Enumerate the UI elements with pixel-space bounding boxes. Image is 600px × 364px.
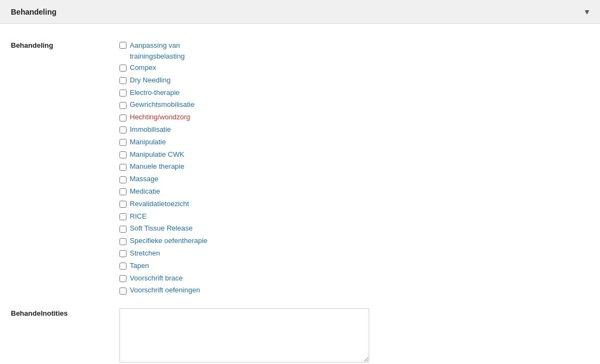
checkbox-item-manipulatie_cwk: Manipulatie CWK <box>119 149 589 161</box>
checkbox-item-medicatie: Medicatie <box>119 186 589 197</box>
checkbox-label-specifieke[interactable]: Specifieke oefentherapie <box>130 235 207 247</box>
checkbox-label-manipulatie[interactable]: Manipulatie <box>130 137 166 148</box>
checkbox-label-medicatie[interactable]: Medicatie <box>130 186 160 197</box>
checkbox-gewrichts[interactable] <box>119 102 127 109</box>
checkbox-stretchen[interactable] <box>119 250 127 257</box>
checkbox-revalidatie[interactable] <box>119 201 127 208</box>
behandelnotities-label: Behandelnotities <box>11 308 119 317</box>
checkbox-item-aanpassing: Aanpassing vantrainingsbelasting <box>119 40 589 61</box>
checkbox-immobilisatie[interactable] <box>119 126 127 133</box>
checkbox-label-tapen[interactable]: Tapen <box>130 260 149 272</box>
checkbox-specifieke[interactable] <box>119 238 127 245</box>
checkbox-soft_tissue[interactable] <box>119 226 127 233</box>
checkbox-item-hechting: Hechting/wondzorg <box>119 112 589 123</box>
behandelnotities-textarea[interactable] <box>119 308 369 362</box>
checkbox-item-electro: Electro-therapie <box>119 87 589 99</box>
behandelnotities-row: Behandelnotities <box>11 308 589 362</box>
checkbox-item-voorschrift_oefeningen: Voorschrift oefeningen <box>119 285 589 296</box>
section-title: Behandeling <box>11 8 56 16</box>
checkbox-label-aanpassing[interactable]: Aanpassing vantrainingsbelasting <box>130 40 185 61</box>
checkbox-compex[interactable] <box>119 65 127 72</box>
checkbox-item-dry_needling: Dry Needling <box>119 75 589 86</box>
checkbox-hechting[interactable] <box>119 114 127 122</box>
checkbox-label-stretchen[interactable]: Stretchen <box>130 248 160 259</box>
checkbox-item-revalidatie: Revalidatietoezicht <box>119 199 589 210</box>
checkbox-item-manuele: Manuele therapie <box>119 161 589 173</box>
checkbox-label-dry_needling[interactable]: Dry Needling <box>130 75 170 86</box>
checkbox-item-tapen: Tapen <box>119 260 589 272</box>
section-header: Behandeling ▾ <box>0 0 600 24</box>
checkbox-massage[interactable] <box>119 176 127 183</box>
checkbox-manuele[interactable] <box>119 164 127 171</box>
checkbox-item-soft_tissue: Soft Tissue Release <box>119 223 589 234</box>
checkbox-label-massage[interactable]: Massage <box>130 174 159 185</box>
checkbox-tapen[interactable] <box>119 263 127 270</box>
behandelnotities-content <box>119 308 589 362</box>
checkbox-item-stretchen: Stretchen <box>119 248 589 259</box>
checkbox-item-compex: Compex <box>119 62 589 74</box>
checkbox-manipulatie[interactable] <box>119 139 127 146</box>
checkbox-item-rice: RICE <box>119 211 589 222</box>
checkbox-label-electro[interactable]: Electro-therapie <box>130 87 180 99</box>
checkbox-label-soft_tissue[interactable]: Soft Tissue Release <box>130 223 193 234</box>
checkbox-voorschrift_oefeningen[interactable] <box>119 288 127 295</box>
checkbox-dry_needling[interactable] <box>119 77 127 84</box>
checkbox-label-revalidatie[interactable]: Revalidatietoezicht <box>130 199 189 210</box>
checkbox-medicatie[interactable] <box>119 188 127 195</box>
behandeling-row: Behandeling Aanpassing vantrainingsbelas… <box>11 40 589 297</box>
checkbox-label-compex[interactable]: Compex <box>130 62 156 74</box>
checkbox-electro[interactable] <box>119 90 127 97</box>
checkbox-item-gewrichts: Gewrichtsmobilisatie <box>119 99 589 111</box>
behandeling-checkboxes: Aanpassing vantrainingsbelastingCompexDr… <box>119 40 589 297</box>
checkbox-manipulatie_cwk[interactable] <box>119 151 127 158</box>
checkbox-label-hechting[interactable]: Hechting/wondzorg <box>130 112 190 123</box>
checkbox-label-manuele[interactable]: Manuele therapie <box>130 161 184 173</box>
checkbox-rice[interactable] <box>119 213 127 220</box>
checkbox-voorschrift_brace[interactable] <box>119 275 127 282</box>
checkbox-label-rice[interactable]: RICE <box>130 211 147 222</box>
section-body: Behandeling Aanpassing vantrainingsbelas… <box>0 24 600 364</box>
checkbox-item-manipulatie: Manipulatie <box>119 137 589 148</box>
checkbox-item-massage: Massage <box>119 174 589 185</box>
checkbox-label-gewrichts[interactable]: Gewrichtsmobilisatie <box>130 99 194 111</box>
checkbox-item-immobilisatie: Immobilisatie <box>119 124 589 136</box>
chevron-down-icon[interactable]: ▾ <box>585 7 589 17</box>
page-wrapper: Behandeling ▾ Behandeling Aanpassing van… <box>0 0 600 364</box>
checkbox-item-voorschrift_brace: Voorschrift brace <box>119 273 589 284</box>
checkbox-aanpassing[interactable] <box>119 42 127 49</box>
checkbox-label-voorschrift_oefeningen[interactable]: Voorschrift oefeningen <box>130 285 200 296</box>
behandeling-label: Behandeling <box>11 40 119 49</box>
checkbox-label-voorschrift_brace[interactable]: Voorschrift brace <box>130 273 183 284</box>
checkbox-item-specifieke: Specifieke oefentherapie <box>119 235 589 247</box>
checkbox-label-immobilisatie[interactable]: Immobilisatie <box>130 124 171 136</box>
checkbox-label-manipulatie_cwk[interactable]: Manipulatie CWK <box>130 149 184 161</box>
